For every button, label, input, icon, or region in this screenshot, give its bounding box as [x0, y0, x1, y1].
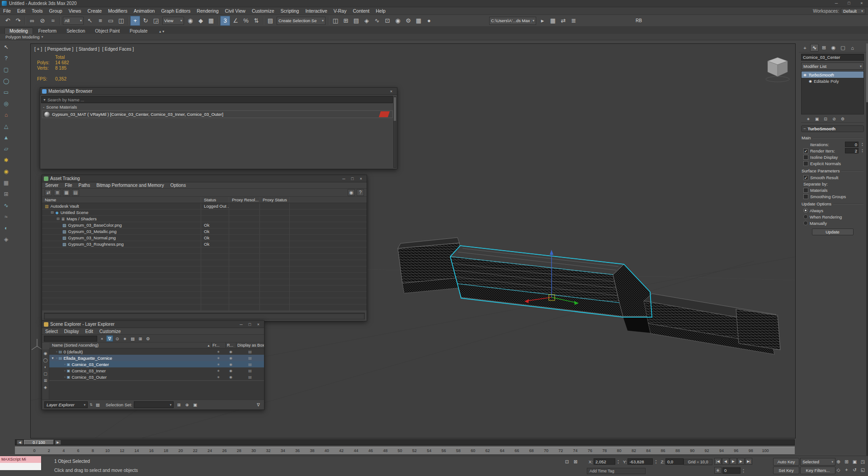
scene-materials-section-header[interactable]: - Scene Materials — [40, 103, 397, 110]
reference-coordinate-dropdown[interactable]: View▾ — [162, 17, 184, 25]
menu-item-group[interactable]: Group — [46, 8, 66, 14]
select-by-name-icon[interactable]: ≡ — [95, 16, 105, 26]
maximize-icon[interactable]: □ — [246, 322, 254, 327]
minimize-icon[interactable]: ─ — [340, 176, 348, 181]
selection-filter-dropdown[interactable]: All▾ — [63, 17, 84, 25]
select-scale-icon[interactable]: ◲ — [151, 16, 161, 26]
next-frame-icon[interactable]: ▶ — [737, 458, 745, 465]
biped-icon[interactable]: ◐ — [2, 224, 10, 232]
hierarchy-tab-icon[interactable]: ⊞ — [820, 44, 828, 52]
sphere-primitive-icon[interactable]: ◯ — [2, 77, 10, 85]
extras-icon[interactable]: ◈ — [2, 235, 10, 243]
scene-explorer-titlebar[interactable]: Scene Explorer - Layer Explorer ─ □ × — [42, 321, 264, 328]
maxscript-mini-listener[interactable]: MAXScript Mi — [0, 456, 42, 470]
render-iters-spinner[interactable]: ▴▾ — [860, 148, 864, 153]
explorer-mode-dropdown[interactable]: Layer Explorer▾ — [44, 401, 88, 408]
asset-column-proxy-status[interactable]: Proxy Status — [260, 197, 290, 203]
menu-item-create[interactable]: Create — [85, 8, 105, 14]
rectangular-selection-icon[interactable]: ▭ — [106, 16, 116, 26]
close-button[interactable]: × — [855, 0, 868, 7]
iterations-spinner[interactable]: ▴▾ — [860, 142, 864, 147]
thumbnail-view-icon[interactable]: ▦ — [63, 189, 70, 196]
sync-assets-icon[interactable]: ⇄ — [558, 16, 568, 26]
asset-menu-file[interactable]: File — [61, 183, 75, 188]
close-icon[interactable]: × — [255, 322, 262, 327]
window-titlebar[interactable]: Untitled - Autodesk 3ds Max 2020 ─ □ × — [0, 0, 868, 7]
x-spinner[interactable]: ▴▾ — [616, 459, 620, 464]
ribbon-tab-freeform[interactable]: Freeform — [34, 28, 61, 34]
open-folder-icon[interactable]: ▸ — [538, 16, 547, 26]
show-full-ribbon-icon[interactable]: ▴ — [159, 29, 161, 33]
bone-icon[interactable]: ≈ — [2, 213, 10, 220]
minimize-icon[interactable]: ─ — [237, 322, 245, 327]
tree-expander-icon[interactable]: ▼ — [51, 357, 55, 360]
smooth-result-checkbox[interactable]: ✓ — [803, 175, 808, 180]
help-icon[interactable]: ? — [357, 189, 364, 196]
refresh-icon[interactable]: ⇄ — [45, 189, 52, 196]
timeline-ruler[interactable]: 0246810121416182022242628303234363840424… — [15, 447, 795, 455]
display-as-box-cell-icon[interactable]: ▤ — [236, 356, 264, 360]
spinner-down-icon[interactable]: ▾ — [860, 151, 864, 153]
rendered-frame-window-icon[interactable]: ▦ — [414, 16, 424, 26]
select-rotate-icon[interactable]: ↻ — [141, 16, 151, 26]
smoothing-groups-checkbox[interactable] — [803, 194, 808, 199]
teapot-primitive-icon[interactable]: ⌂ — [2, 111, 10, 119]
material-entry[interactable]: Gypsum_03_MAT ( VRayMtl ) [Cornice_03_Ce… — [42, 110, 393, 118]
cylinder-primitive-icon[interactable]: ▭ — [2, 88, 10, 96]
when-rendering-radio[interactable] — [803, 214, 808, 219]
spinner-snap-icon[interactable]: ⇅ — [251, 16, 261, 26]
asset-column-name[interactable]: Name — [42, 197, 201, 203]
render-iters-value[interactable]: 2 — [845, 148, 859, 153]
x-coordinate-field[interactable]: 2,052 — [594, 458, 615, 465]
select-manipulate-icon[interactable]: ◆ — [196, 16, 206, 26]
angle-snap-icon[interactable]: ∠ — [231, 16, 241, 26]
selection-lock-icon[interactable]: ⊠ — [572, 458, 579, 465]
go-to-end-icon[interactable]: ▶| — [745, 458, 752, 465]
asset-row[interactable]: ▨Gypsum_03_Normal.pngOk — [42, 235, 367, 241]
previous-frame-icon[interactable]: ◀ — [722, 458, 729, 465]
mode-spinner-icon[interactable]: ⇅ — [90, 403, 93, 407]
frozen-cell-icon[interactable]: ∗ — [211, 375, 226, 379]
frozen-cell-icon[interactable]: ∗ — [211, 362, 226, 367]
lock-explorer-icon[interactable]: ⊙ — [114, 335, 121, 342]
viewport-shading-menu[interactable]: [ Edged Faces ] — [102, 47, 134, 52]
key-mode-toggle-icon[interactable]: ⊛ — [714, 467, 722, 474]
auto-key-button[interactable]: Auto Key — [773, 458, 799, 466]
pan-icon[interactable]: + — [843, 466, 850, 474]
explorer-menu-customize[interactable]: Customize — [96, 329, 124, 334]
y-coordinate-field[interactable]: -63,828 — [627, 458, 653, 465]
object-name-field[interactable] — [801, 54, 864, 61]
menu-item-views[interactable]: Views — [66, 8, 85, 14]
graphite-ribbon-icon[interactable]: ◈ — [362, 16, 372, 26]
explorer-row[interactable]: ◦▣Cornice_03_Inner∗◉▤ — [49, 367, 264, 374]
frozen-cell-icon[interactable]: ∗ — [211, 369, 226, 373]
set-key-button[interactable]: Set Key — [773, 466, 799, 474]
asset-row[interactable]: ▨Gypsum_03_Metallic.pngOk — [42, 228, 367, 235]
isoline-display-checkbox[interactable] — [803, 155, 808, 160]
pyramid-primitive-icon[interactable]: ▲ — [2, 133, 10, 141]
display-helpers-icon[interactable]: ⊞ — [44, 378, 47, 383]
viewport-render-preset-menu[interactable]: [ Standard ] — [76, 47, 99, 52]
visibility-dot-icon[interactable]: ◦ — [56, 356, 57, 360]
z-coordinate-field[interactable]: 0,0 — [665, 458, 684, 465]
maximize-button[interactable]: □ — [843, 0, 855, 7]
play-icon[interactable]: ▶ — [730, 458, 737, 465]
asset-menu-server[interactable]: Server — [42, 183, 61, 188]
time-spinner[interactable]: ▴▾ — [741, 468, 745, 473]
zoom-extents-icon[interactable]: ▣ — [851, 458, 859, 466]
torus-primitive-icon[interactable]: ◎ — [2, 100, 10, 107]
plane-primitive-icon[interactable]: ▱ — [2, 145, 10, 152]
render-setup-icon[interactable]: ⚙ — [403, 16, 413, 26]
camera-icon[interactable]: ▦ — [2, 179, 10, 186]
display-shapes-icon[interactable]: ◯ — [43, 358, 47, 362]
menu-item-graph-editors[interactable]: Graph Editors — [158, 8, 193, 14]
ribbon-tab-selection[interactable]: Selection — [62, 28, 90, 34]
box-primitive-icon[interactable]: ▢ — [2, 66, 10, 73]
explorer-menu-select[interactable]: Select — [42, 329, 61, 334]
collapse-icon[interactable]: - — [43, 105, 44, 109]
ribbon-tab-populate[interactable]: Populate — [125, 28, 152, 34]
asset-list-icon[interactable]: ≣ — [569, 16, 579, 26]
table-view-icon[interactable]: ▤ — [72, 189, 79, 196]
light-icon[interactable]: ✱ — [2, 156, 10, 164]
redo-icon[interactable]: ↷ — [13, 16, 23, 26]
